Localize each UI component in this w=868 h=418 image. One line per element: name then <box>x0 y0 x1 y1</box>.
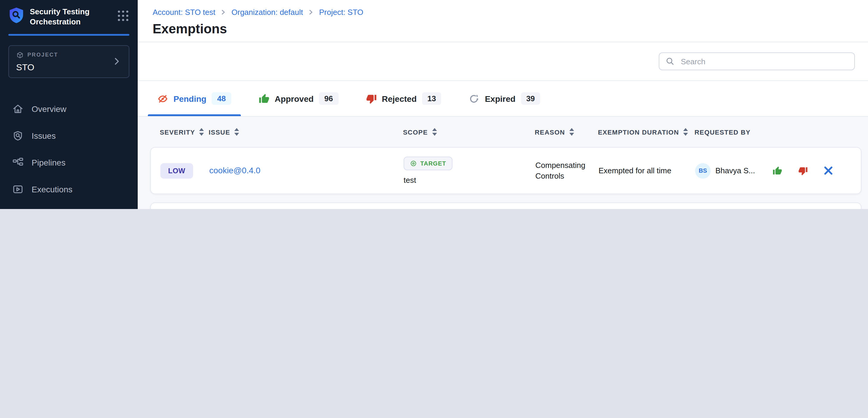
sort-icon <box>199 128 204 136</box>
cube-icon <box>16 51 24 59</box>
table-header-row: SEVERITY ISSUE SCOPE REASON EXEMPTION DU… <box>150 117 862 147</box>
tab-count-badge: 13 <box>422 92 441 105</box>
chevron-right-icon <box>308 9 314 15</box>
tab-count-badge: 39 <box>521 92 540 105</box>
tab-label: Pending <box>174 94 206 103</box>
tab-expired[interactable]: Expired 39 <box>459 81 550 116</box>
tab-count-badge: 48 <box>212 92 231 105</box>
sto-shield-logo-icon <box>8 7 25 23</box>
home-icon <box>12 103 24 115</box>
chevron-right-icon <box>112 57 122 66</box>
column-header-severity[interactable]: SEVERITY <box>160 128 209 136</box>
sidebar-item-overview[interactable]: Overview <box>5 96 133 123</box>
sidebar-item-label: Issues <box>32 131 56 141</box>
page-title: Exemptions <box>153 22 855 37</box>
sort-icon <box>432 128 437 136</box>
reason-text: Compensating Controls <box>535 160 598 181</box>
module-grid-icon[interactable] <box>117 9 129 22</box>
sidebar-item-label: Executions <box>32 185 72 195</box>
severity-badge: LOW <box>160 163 193 178</box>
page-header: Account: STO test Organization: default … <box>138 0 868 42</box>
column-header-reason[interactable]: REASON <box>535 128 598 136</box>
exemptions-row-list: LOW cookie@0.4.0 TARGET test Compen <box>150 147 862 209</box>
play-icon <box>12 184 24 196</box>
chevron-right-icon <box>221 9 226 15</box>
sort-icon <box>683 128 688 136</box>
tab-label: Approved <box>275 94 314 103</box>
sidebar-item-test-targets[interactable]: Test Targets <box>5 203 133 209</box>
tab-rejected[interactable]: Rejected 13 <box>356 81 451 116</box>
clock-icon <box>469 93 479 104</box>
sort-icon <box>234 128 239 136</box>
sidebar-menu: Overview Issues <box>0 96 138 209</box>
shield-search-icon <box>12 130 24 142</box>
requester-name: Bhavya S... <box>715 166 755 175</box>
thumbs-up-icon <box>258 93 269 104</box>
tab-approved[interactable]: Approved 96 <box>249 81 348 116</box>
table-row[interactable]: LOW cookie@0.4.0 TARGET test Compen <box>150 147 862 194</box>
scope-cell: TARGET test <box>404 156 535 184</box>
column-header-requested-by: REQUESTED BY <box>694 128 764 135</box>
pipeline-icon <box>12 157 24 169</box>
sidebar-header: Security Testing Orchestration <box>0 0 138 27</box>
breadcrumb: Account: STO test Organization: default … <box>153 8 855 17</box>
toolbar <box>138 42 868 81</box>
sidebar-item-label: Pipelines <box>32 158 66 168</box>
scope-type-label: TARGET <box>420 160 446 167</box>
sidebar-item-issues[interactable]: Issues <box>5 123 133 149</box>
tab-count-badge: 96 <box>319 92 338 105</box>
module-accent-line <box>8 34 129 36</box>
duration-text: Exempted for all time <box>598 166 695 175</box>
tab-label: Rejected <box>382 94 417 103</box>
exemptions-table: SEVERITY ISSUE SCOPE REASON EXEMPTION DU… <box>138 117 868 209</box>
scope-badge: TARGET <box>404 156 453 170</box>
sort-icon <box>569 128 574 136</box>
sto-exemptions-page: Security Testing Orchestration <box>0 0 868 209</box>
scope-value: test <box>404 176 416 184</box>
search-icon <box>665 57 675 66</box>
app-title: Security Testing Orchestration <box>30 7 106 27</box>
project-selector-label: PROJECT <box>27 52 58 58</box>
row-actions <box>765 166 851 175</box>
breadcrumb-project-link[interactable]: Project: STO <box>319 8 363 17</box>
tab-label: Expired <box>485 94 516 103</box>
column-header-issue[interactable]: ISSUE <box>209 128 403 136</box>
reject-button[interactable] <box>798 166 808 175</box>
table-row[interactable]: MEDIUM json5@2.2.0: Prototype Pollution … <box>150 203 862 209</box>
search-box <box>659 53 855 70</box>
approve-button[interactable] <box>773 166 782 175</box>
sidebar-item-label: Overview <box>32 104 66 114</box>
column-header-exemption-duration[interactable]: EXEMPTION DURATION <box>598 128 694 136</box>
thumbs-down-icon <box>366 93 376 104</box>
target-icon <box>410 160 417 167</box>
status-tabs: Pending 48 Approved 96 Rejected <box>138 81 868 117</box>
cancel-button[interactable] <box>824 166 833 175</box>
main-content: Account: STO test Organization: default … <box>138 0 868 209</box>
search-input[interactable] <box>680 56 848 66</box>
breadcrumb-account-link[interactable]: Account: STO test <box>153 8 216 17</box>
breadcrumb-organization-link[interactable]: Organization: default <box>231 8 303 17</box>
avatar: BS <box>695 163 711 178</box>
tab-pending[interactable]: Pending 48 <box>148 81 241 116</box>
project-selector-value: STO <box>16 62 112 72</box>
column-header-scope[interactable]: SCOPE <box>403 128 535 136</box>
issue-link[interactable]: cookie@0.4.0 <box>209 164 404 177</box>
requested-by-cell: BS Bhavya S... <box>695 163 765 178</box>
sidebar-item-pipelines[interactable]: Pipelines <box>5 149 133 176</box>
sidebar-item-executions[interactable]: Executions <box>5 176 133 203</box>
eye-off-icon <box>157 93 168 104</box>
project-selector[interactable]: PROJECT STO <box>8 45 129 78</box>
sidebar: Security Testing Orchestration <box>0 0 138 209</box>
